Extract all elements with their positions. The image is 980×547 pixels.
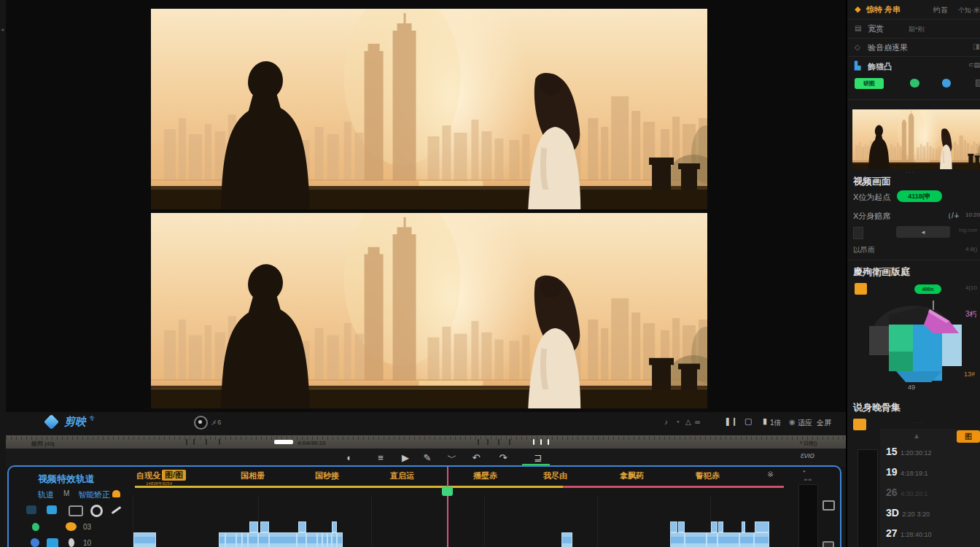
timeline-clip-riser[interactable] <box>755 521 769 532</box>
select-tool-icon[interactable]: ◖ <box>341 449 357 467</box>
menu-tool-icon[interactable]: ≡ <box>373 449 389 467</box>
record-icon[interactable]: ◔ <box>675 418 680 426</box>
track-thumb-dim-icon[interactable] <box>26 505 36 514</box>
zoom-level-label[interactable]: 1倍 <box>770 418 782 428</box>
loop-icon[interactable]: ∞ <box>695 418 700 426</box>
timeline-clip-riser[interactable] <box>678 521 685 532</box>
timeline-clip[interactable] <box>670 532 685 547</box>
slider-input-box[interactable] <box>853 227 863 239</box>
slider-button[interactable]: ◂ <box>896 226 950 238</box>
ruler-end-icon[interactable]: ※ <box>767 470 774 479</box>
timeline-clip-riser[interactable] <box>249 521 258 532</box>
timeline-clip-riser[interactable] <box>718 521 723 532</box>
timeline-clip[interactable] <box>337 532 343 547</box>
color-swatch-orange[interactable] <box>855 283 867 295</box>
color-badge[interactable]: 400n <box>914 284 941 294</box>
record-ring-icon[interactable] <box>90 505 103 517</box>
playhead-handle[interactable] <box>442 486 453 496</box>
green-asset-icon[interactable] <box>910 79 919 88</box>
music-icon[interactable]: ♪ <box>664 418 668 426</box>
timeline-clip[interactable] <box>707 532 718 547</box>
apply-button[interactable]: 研图 <box>855 78 884 89</box>
panel-row-title[interactable]: 惊特 舟串 <box>866 4 901 15</box>
audio-clip-icon[interactable] <box>47 538 58 547</box>
preview-frame-bottom[interactable] <box>151 213 707 408</box>
timeline-clip[interactable] <box>258 532 269 547</box>
minimap-view-window[interactable] <box>274 440 293 444</box>
width-label[interactable]: 宽赏 <box>868 23 884 34</box>
timeline-clip[interactable] <box>269 532 297 547</box>
timeline-clip[interactable] <box>236 532 242 547</box>
row1-right-label[interactable]: 约首 <box>933 5 948 15</box>
timeline-clip-riser[interactable] <box>332 521 337 532</box>
expand-tool-icon[interactable]: ﹀ <box>444 449 460 467</box>
pause-bars-icon[interactable]: ❚❙ <box>724 416 737 426</box>
marker-row[interactable]: 3D 2:20 3:20 <box>886 506 930 519</box>
track-mute-icon[interactable]: M <box>63 489 69 497</box>
fx-orange-icon[interactable] <box>66 522 77 531</box>
timeline-clip[interactable] <box>685 532 707 547</box>
marker-row[interactable]: 26 4:30.20:1 <box>886 486 928 499</box>
duration-icons[interactable]: （/∔ <box>944 211 960 221</box>
timeline-clip[interactable] <box>718 532 739 547</box>
snapshot-icon[interactable] <box>822 541 834 547</box>
redo-icon[interactable]: ↷ <box>495 449 511 467</box>
timeline-clip[interactable] <box>219 532 225 547</box>
track-thumb-icon[interactable] <box>47 505 57 514</box>
timeline-clip[interactable] <box>739 532 754 547</box>
zoom-bar-icon[interactable]: ▮ <box>763 416 767 426</box>
disc-icon[interactable] <box>194 416 208 430</box>
timeline-clip[interactable] <box>225 532 236 547</box>
ruler-highlight[interactable]: 图/图 <box>162 470 186 481</box>
audio-fx-edge-icon[interactable]: ◨ <box>973 42 979 50</box>
toolbar-right-label[interactable]: ενιο <box>801 451 814 459</box>
photo-icon[interactable] <box>822 500 835 511</box>
timeline-clip[interactable] <box>242 532 248 547</box>
audio-blue-icon[interactable] <box>31 538 39 547</box>
fit-label[interactable]: 适应 <box>798 418 812 428</box>
timeline-clip[interactable] <box>297 532 306 547</box>
gray-asset-icon[interactable] <box>976 79 980 87</box>
track-label-left[interactable]: 轨道 <box>38 489 54 500</box>
edge-collapse-icon[interactable]: ◂ <box>1 26 4 33</box>
timeline-clip-riser[interactable] <box>670 521 677 532</box>
undo-icon[interactable]: ↶ <box>468 449 484 467</box>
timeline-clip-riser[interactable] <box>260 521 269 532</box>
marker-add-button[interactable]: 图 <box>957 430 980 443</box>
marker-row[interactable]: 27 1:28:40:10 <box>886 527 932 540</box>
voice-icon[interactable] <box>69 538 74 547</box>
bell-icon[interactable] <box>112 490 120 497</box>
fit-icon[interactable]: ◉ <box>789 418 796 426</box>
pen-icon[interactable] <box>111 506 121 514</box>
timeline-clip[interactable] <box>322 532 327 547</box>
fullscreen-label[interactable]: 全屏 <box>817 418 831 428</box>
canvas-label[interactable]: 飾猫凸 <box>868 61 892 72</box>
timeline-clip-riser[interactable] <box>298 521 306 532</box>
timeline-clip[interactable] <box>561 532 572 547</box>
preview-frame-top[interactable] <box>151 9 707 209</box>
timeline-zoom-icon[interactable]: ◔ <box>801 468 806 476</box>
clip-thumbnail[interactable] <box>852 109 980 169</box>
audio-fx-label[interactable]: 验音崩逐果 <box>868 42 908 53</box>
row1-right-label-2[interactable]: 个知·米 <box>958 6 980 15</box>
play-tool-icon[interactable]: ▶ <box>397 449 413 467</box>
track-label-right[interactable]: 智能矫正 <box>78 489 110 500</box>
canvas-edge-icon[interactable]: ⊂▤ <box>968 61 980 69</box>
marker-filmstrip[interactable] <box>858 449 878 547</box>
timeline-clip[interactable] <box>332 532 337 547</box>
timeline-clip-riser[interactable] <box>742 521 745 532</box>
marker-icon[interactable]: △ <box>685 418 691 426</box>
timeline-clip[interactable] <box>306 532 317 547</box>
draw-tool-icon[interactable]: ✎ <box>419 449 435 467</box>
timeline-minimap[interactable]: 核邦 |43| 4:04/30:10 ＊日报() <box>6 435 846 449</box>
timeline-clip[interactable] <box>754 532 769 547</box>
vertical-scrollbar[interactable] <box>798 484 818 547</box>
camera-icon[interactable] <box>69 505 83 516</box>
fx-green-icon[interactable] <box>32 523 39 531</box>
panel-toggle-icon[interactable]: ▢ <box>744 416 752 426</box>
marker-swatch-orange[interactable] <box>853 419 866 430</box>
marker-sort-icon[interactable]: ▲ <box>913 432 920 440</box>
timeline-clip[interactable] <box>248 532 258 547</box>
timeline-clip-riser[interactable] <box>711 521 718 532</box>
playhead-line[interactable] <box>447 467 448 547</box>
